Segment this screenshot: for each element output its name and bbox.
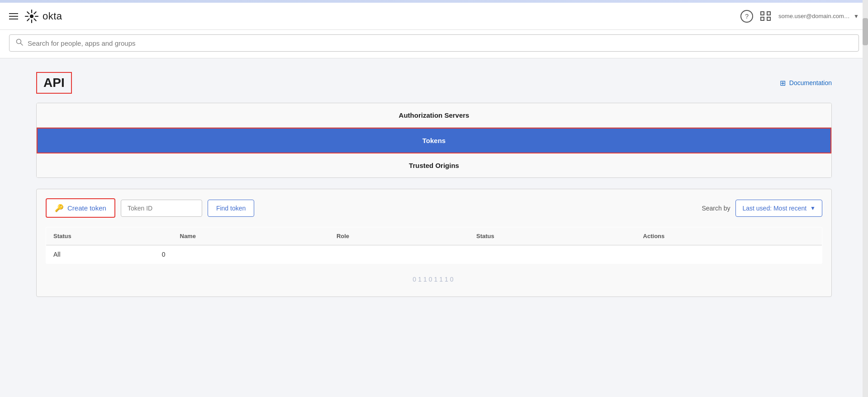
documentation-icon: ⊞ [780, 79, 786, 87]
search-by-value: Last used: Most recent [742, 205, 806, 212]
user-account-dropdown[interactable]: some.user@domain.com or CST ▼ [778, 13, 859, 19]
chevron-down-icon: ▼ [810, 205, 816, 211]
scrollbar-thumb[interactable] [863, 18, 868, 45]
status-all-cell: All 0 [46, 245, 173, 264]
documentation-link-label: Documentation [789, 79, 832, 86]
nav-right: ? some.user@domain.com or CST ▼ [740, 10, 859, 23]
token-id-input[interactable] [121, 200, 202, 217]
okta-sunburst-icon [24, 9, 39, 24]
top-nav-bar: okta ? some.user@domain.com or CST ▼ [0, 3, 868, 30]
search-by-dropdown[interactable]: Last used: Most recent ▼ [735, 200, 822, 217]
status-all-label: All [53, 251, 61, 258]
search-input[interactable] [28, 39, 852, 47]
actions-cell [636, 245, 822, 264]
key-icon: 🔑 [55, 204, 64, 212]
global-search-bar [9, 34, 859, 52]
tokens-table: Status Name Role Status Actions [46, 227, 822, 264]
main-content: API ⊞ Documentation Authorization Server… [0, 58, 868, 311]
col-actions: Actions [636, 227, 822, 245]
tab-authorization-servers[interactable]: Authorization Servers [37, 103, 831, 128]
search-icon [16, 38, 23, 48]
help-button[interactable]: ? [740, 10, 753, 23]
svg-line-10 [21, 43, 23, 46]
tokens-toolbar: 🔑 Create token Find token Search by Last… [46, 198, 822, 218]
name-cell [173, 245, 329, 264]
okta-brand-text: okta [43, 10, 62, 22]
search-by-label: Search by [702, 205, 730, 212]
user-display-text: some.user@domain.com or CST [778, 13, 851, 19]
apps-grid-button[interactable] [760, 11, 771, 21]
page-title: API [43, 76, 65, 90]
col-name: Name [173, 227, 329, 245]
create-token-button[interactable]: 🔑 Create token [46, 198, 115, 218]
scrollbar-track [863, 0, 868, 397]
svg-point-0 [30, 14, 33, 18]
svg-line-8 [27, 19, 29, 20]
table-header-row: Status Name Role Status Actions [46, 227, 822, 245]
col-status: Status [469, 227, 636, 245]
tab-tokens[interactable]: Tokens [37, 128, 831, 153]
page-title-box: API [36, 72, 72, 94]
nav-left: okta [9, 9, 62, 24]
okta-logo: okta [24, 9, 62, 24]
status-all-count: 0 [162, 251, 166, 258]
search-bar-container [0, 30, 868, 58]
tokens-section: 🔑 Create token Find token Search by Last… [36, 189, 832, 297]
create-token-label: Create token [67, 204, 106, 212]
col-status-filter: Status [46, 227, 173, 245]
binary-decoration: 01101110 [46, 271, 822, 287]
role-cell [329, 245, 469, 264]
find-token-button[interactable]: Find token [208, 200, 254, 217]
table-row: All 0 [46, 245, 822, 264]
tabs-panel: Authorization Servers Tokens Trusted Ori… [36, 103, 832, 178]
tab-trusted-origins[interactable]: Trusted Origins [37, 153, 831, 177]
svg-line-5 [27, 12, 29, 14]
documentation-link[interactable]: ⊞ Documentation [780, 79, 832, 87]
col-role: Role [329, 227, 469, 245]
svg-line-7 [34, 12, 36, 14]
svg-line-6 [34, 19, 36, 20]
page-header: API ⊞ Documentation [36, 72, 832, 94]
hamburger-menu[interactable] [9, 13, 18, 19]
chevron-down-icon: ▼ [854, 13, 859, 19]
status-cell [469, 245, 636, 264]
